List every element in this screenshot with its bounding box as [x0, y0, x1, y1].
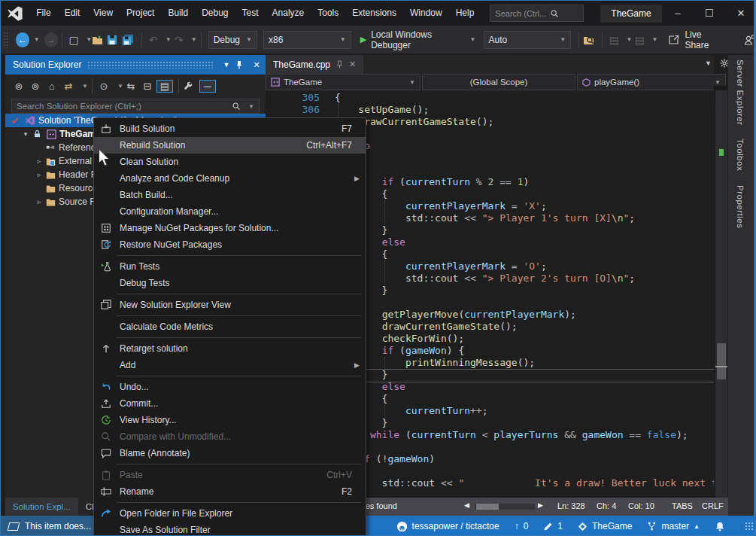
- pending-changes-filter-icon[interactable]: ⊙: [96, 81, 111, 92]
- properties-wrench-icon[interactable]: [183, 81, 198, 91]
- solution-platform-dropdown[interactable]: x86▼: [263, 31, 351, 49]
- attach-dropdown[interactable]: Auto▼: [484, 31, 572, 49]
- nav-project-dropdown[interactable]: TheGame ▼: [266, 74, 421, 90]
- sync-with-active-document-icon[interactable]: ⇆: [123, 81, 138, 92]
- menu-item-clean-solution[interactable]: Clean Solution: [94, 154, 366, 170]
- pending-edits-button[interactable]: 1: [543, 521, 563, 531]
- expanded-arrow-icon[interactable]: ▾: [20, 130, 31, 138]
- tab-pin-icon[interactable]: [336, 60, 343, 69]
- menu-window[interactable]: Window: [403, 1, 449, 26]
- save-icon[interactable]: [107, 35, 122, 45]
- tabs-indicator[interactable]: TABS: [672, 501, 693, 510]
- tab-list-dropdown[interactable]: ▼: [705, 59, 712, 67]
- menu-item-run-tests[interactable]: Run Tests: [94, 258, 366, 275]
- live-share-icon[interactable]: [668, 34, 680, 46]
- solution-explorer-search-box[interactable]: Search Solution Explorer (Ctrl+;) ▼: [11, 99, 260, 114]
- solution-explorer-header[interactable]: Solution Explorer ▼ ✕: [5, 55, 266, 75]
- menu-item-new-solution-explorer-view[interactable]: New Solution Explorer View: [94, 297, 366, 313]
- new-project-dropdown[interactable]: ▼: [86, 36, 92, 43]
- solution-configuration-dropdown[interactable]: Debug▼: [208, 31, 257, 49]
- collapse-all-icon[interactable]: ⊟: [140, 81, 155, 92]
- notifications-button[interactable]: [715, 521, 725, 532]
- menu-item-build-solution[interactable]: Build SolutionF7: [94, 120, 366, 137]
- menu-item-configuration-manager[interactable]: Configuration Manager...: [94, 203, 366, 220]
- menu-item-debug-tests[interactable]: Debug Tests: [94, 275, 366, 291]
- redo-icon[interactable]: ↷: [172, 34, 187, 46]
- close-button[interactable]: ✕: [725, 1, 756, 26]
- panel-menu-icon[interactable]: ▼: [220, 61, 232, 69]
- new-project-icon[interactable]: ▢: [66, 34, 81, 46]
- search-options-dropdown[interactable]: ▼: [248, 103, 254, 110]
- preview-selected-items-icon[interactable]: ─: [199, 80, 216, 93]
- titlebar-search-box[interactable]: Search (Ctrl...: [490, 5, 584, 22]
- redo-dropdown[interactable]: ▼: [191, 36, 197, 43]
- document-tab[interactable]: TheGame.cpp ✕: [266, 55, 363, 74]
- menu-item-save-as-solution-filter[interactable]: Save As Solution Filter: [94, 522, 366, 536]
- scrollbar-thumb[interactable]: [717, 343, 726, 379]
- navigate-back-dropdown[interactable]: ▼: [34, 36, 40, 43]
- tab-close-icon[interactable]: ✕: [349, 59, 356, 69]
- architecture-dropdown[interactable]: ▼: [651, 36, 657, 43]
- collapsed-arrow-icon[interactable]: ▹: [34, 198, 44, 206]
- tab-solution-explorer[interactable]: Solution Expl...: [5, 498, 78, 516]
- menu-edit[interactable]: Edit: [58, 1, 87, 26]
- menu-item-rebuild-solution[interactable]: Rebuild SolutionCtrl+Alt+F7: [94, 137, 366, 154]
- menu-tools[interactable]: Tools: [311, 1, 345, 26]
- minimize-button[interactable]: –: [662, 1, 694, 26]
- menu-item-rename[interactable]: RenameF2: [94, 483, 366, 500]
- menu-analyze[interactable]: Analyze: [266, 1, 311, 26]
- vertical-scrollbar[interactable]: [715, 90, 727, 498]
- menu-item-restore-nuget-packages[interactable]: Restore NuGet Packages: [94, 236, 366, 253]
- nav-member-dropdown[interactable]: playGame() ▼: [577, 74, 726, 90]
- character-indicator[interactable]: Ch: 4: [597, 501, 616, 510]
- line-indicator[interactable]: Ln: 328: [557, 501, 585, 510]
- menu-help[interactable]: Help: [449, 1, 481, 26]
- collapsed-arrow-icon[interactable]: ▹: [34, 171, 44, 178]
- menu-item-view-history[interactable]: View History...: [94, 412, 366, 428]
- repository-picker-button[interactable]: TheGame: [578, 521, 632, 531]
- debugger-target-dropdown[interactable]: ▼: [470, 36, 476, 43]
- line-number[interactable]: 305: [266, 92, 335, 104]
- open-file-icon[interactable]: [92, 35, 107, 45]
- solution-platforms-dropdown[interactable]: ▼: [626, 36, 632, 43]
- column-indicator[interactable]: Col: 10: [628, 501, 654, 510]
- nav-scope-dropdown[interactable]: (Global Scope)▼: [422, 74, 575, 90]
- eol-indicator[interactable]: CRLF: [702, 501, 724, 510]
- menu-view[interactable]: View: [87, 1, 120, 26]
- start-debugging-icon[interactable]: ▶: [360, 35, 366, 44]
- menu-item-undo[interactable]: Undo...: [94, 379, 366, 395]
- menu-project[interactable]: Project: [120, 1, 161, 26]
- navigate-forward-button[interactable]: →: [44, 32, 58, 47]
- switch-views-dropdown[interactable]: ▼: [82, 83, 88, 90]
- show-all-files-icon[interactable]: ▤: [156, 80, 173, 93]
- horizontal-scrollbar[interactable]: [475, 504, 535, 510]
- menu-item-add[interactable]: Add▶: [94, 357, 366, 373]
- undo-icon[interactable]: ↶: [146, 34, 161, 46]
- se-forward-icon[interactable]: ⊚: [28, 81, 43, 92]
- menu-item-open-folder-in-file-explorer[interactable]: Open Folder in File Explorer: [94, 505, 366, 522]
- menu-build[interactable]: Build: [161, 1, 195, 26]
- pending-changes-dropdown[interactable]: ▼: [117, 83, 123, 90]
- menu-item-commit[interactable]: Commit...: [94, 395, 366, 412]
- maximize-button[interactable]: ☐: [694, 1, 725, 26]
- live-share-label[interactable]: Live Share: [685, 29, 724, 50]
- navigate-back-button[interactable]: ←: [16, 32, 29, 47]
- menu-debug[interactable]: Debug: [195, 1, 235, 26]
- menu-item-blame-annotate[interactable]: Blame (Annotate): [94, 445, 366, 461]
- menu-item-retarget-solution[interactable]: Retarget solution: [94, 340, 366, 357]
- pin-icon[interactable]: [235, 60, 247, 69]
- right-tab-properties[interactable]: Properties: [736, 185, 745, 228]
- hscroll-right-arrow[interactable]: ▶: [538, 501, 543, 509]
- se-back-icon[interactable]: ⊚: [11, 81, 26, 92]
- outgoing-commits-button[interactable]: ↑ 0: [515, 521, 529, 531]
- menu-file[interactable]: File: [29, 1, 57, 26]
- menu-item-batch-build[interactable]: Batch Build...: [94, 187, 366, 203]
- save-all-icon[interactable]: [122, 34, 137, 45]
- menu-test[interactable]: Test: [235, 1, 266, 26]
- menu-item-manage-nuget-packages-for-solution[interactable]: Manage NuGet Packages for Solution...: [94, 220, 366, 236]
- find-in-files-icon[interactable]: [583, 35, 598, 45]
- menu-item-calculate-code-metrics[interactable]: Calculate Code Metrics: [94, 318, 366, 335]
- undo-dropdown[interactable]: ▼: [165, 36, 172, 43]
- line-number[interactable]: 306: [266, 104, 335, 116]
- resize-grip[interactable]: [745, 522, 754, 531]
